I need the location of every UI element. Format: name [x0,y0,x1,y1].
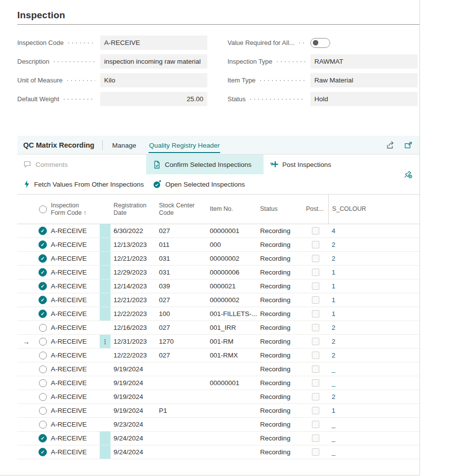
inspection-form-code-cell[interactable]: A-RECEIVE [51,269,100,276]
s-colour-cell[interactable]: 2 [328,324,419,331]
inspection-form-code-cell[interactable]: A-RECEIVE [51,282,100,290]
open-selected-inspections-button[interactable]: Open Selected Inspections [153,174,245,194]
col-s-colour[interactable]: S_COLOUR [328,195,419,224]
s-colour-cell[interactable]: 2 [328,352,419,359]
value-required-toggle[interactable] [310,38,330,48]
s-colour-cell[interactable]: _ [328,448,419,456]
field-value[interactable]: inspection incoming raw material [100,54,207,69]
row-select-cell[interactable]: ✓ [35,379,51,387]
stock-center-code-cell[interactable]: 027 [156,352,207,359]
s-colour-cell[interactable]: 1 [328,407,419,414]
col-item-no[interactable]: Item No. [207,205,257,213]
col-registration-date[interactable]: Registration Date [111,202,156,217]
row-highlight-cell[interactable]: ⋮ [100,224,111,238]
row-highlight-cell[interactable]: ⋮ [100,404,111,417]
row-highlight-cell[interactable]: ⋮ [100,349,111,362]
item-no-cell[interactable]: 001-RM [207,338,257,345]
item-no-cell[interactable]: 000 [207,241,257,248]
post-cell[interactable] [303,352,328,359]
col-inspection-form-code[interactable]: Inspection Form Code ↑ [51,202,100,217]
row-select-cell[interactable]: ✓ [35,365,51,373]
s-colour-cell[interactable]: 1 [328,269,419,276]
s-colour-cell[interactable]: 1 [328,310,419,317]
post-cell[interactable] [303,227,328,235]
row-select-cell[interactable]: ✓ [35,296,51,304]
stock-center-code-cell[interactable]: 100 [156,310,207,317]
post-inspections-button[interactable]: Post Inspections [270,155,331,174]
row-select-cell[interactable]: ✓ [35,448,51,456]
item-no-cell[interactable]: 00000001 [207,227,257,235]
s-colour-cell[interactable]: _ [328,379,419,387]
inspection-form-code-cell[interactable]: A-RECEIVE [51,393,100,400]
item-no-cell[interactable]: 00000002 [207,255,257,262]
s-colour-cell[interactable]: _ [328,435,419,442]
stock-center-code-cell[interactable]: 011 [156,241,207,248]
field-value[interactable]: Hold [310,92,418,106]
stock-center-code-cell[interactable]: 027 [156,227,207,235]
col-status[interactable]: Status [257,205,303,213]
post-cell[interactable] [303,421,328,428]
row-select-cell[interactable]: ✓ [35,434,51,442]
item-no-cell[interactable]: 00000006 [207,269,257,276]
stock-center-code-cell[interactable]: P1 [156,407,207,414]
inspection-form-code-cell[interactable]: A-RECEIVE [51,365,100,373]
post-cell[interactable] [303,296,328,304]
s-colour-cell[interactable]: _ [328,421,419,428]
inspection-form-code-cell[interactable]: A-RECEIVE [51,227,100,235]
post-cell[interactable] [303,379,328,387]
s-colour-cell[interactable]: 2 [328,393,419,400]
s-colour-cell[interactable]: 2 [328,255,419,262]
inspection-form-code-cell[interactable]: A-RECEIVE [51,435,100,442]
inspection-form-code-cell[interactable]: A-RECEIVE [51,407,100,414]
focus-mode-icon[interactable] [404,141,413,149]
item-no-cell[interactable]: 0000021 [207,282,257,290]
post-cell[interactable] [303,241,328,248]
col-post[interactable]: Post... [303,205,328,213]
post-cell[interactable] [303,255,328,262]
row-select-cell[interactable]: ✓ [35,393,51,401]
post-cell[interactable] [303,310,328,317]
row-highlight-cell[interactable]: ⋮ [100,307,111,320]
fetch-values-button[interactable]: Fetch Values From Other Inspections [23,174,144,194]
row-highlight-cell[interactable]: ⋮ [100,362,111,376]
post-cell[interactable] [303,338,328,345]
s-colour-cell[interactable]: 1 [328,282,419,290]
inspection-form-code-cell[interactable]: A-RECEIVE [51,352,100,359]
field-value[interactable]: Kilo [100,73,207,87]
row-select-cell[interactable]: ✓ [35,421,51,429]
s-colour-cell[interactable]: 2 [328,338,419,345]
field-value[interactable]: 25.00 [100,92,207,106]
row-select-cell[interactable]: ✓ [35,227,51,235]
row-highlight-cell[interactable]: ⋮ [100,418,111,431]
row-highlight-cell[interactable]: ⋮ [100,445,111,459]
inspection-form-code-cell[interactable]: A-RECEIVE [51,255,100,262]
row-highlight-cell[interactable]: ⋮ [100,432,111,445]
post-cell[interactable] [303,435,328,442]
tab-quality-registry-header[interactable]: Quality Registry Header [149,137,220,153]
post-cell[interactable] [303,324,328,331]
confirm-selected-inspections-button[interactable]: Confirm Selected Inspections [146,155,264,174]
s-colour-cell[interactable]: 1 [328,296,419,304]
stock-center-code-cell[interactable]: 031 [156,269,207,276]
row-highlight-cell[interactable]: ⋮ [100,293,111,307]
row-select-cell[interactable]: ✓ [35,310,51,318]
inspection-form-code-cell[interactable]: A-RECEIVE [51,296,100,304]
row-select-cell[interactable]: ✓ [35,352,51,359]
s-colour-cell[interactable]: _ [328,365,419,373]
inspection-form-code-cell[interactable]: A-RECEIVE [51,421,100,428]
item-no-cell[interactable]: 00000001 [207,379,257,387]
row-highlight-cell[interactable]: ⋮ [100,376,111,390]
row-select-cell[interactable]: ✓ [35,338,51,346]
inspection-form-code-cell[interactable]: A-RECEIVE [51,448,100,456]
s-colour-cell[interactable]: 2 [328,241,419,248]
row-highlight-cell[interactable]: ⋮ [100,390,111,403]
inspection-form-code-cell[interactable]: A-RECEIVE [51,379,100,387]
select-all-column[interactable] [35,205,51,213]
post-cell[interactable] [303,407,328,414]
inspection-form-code-cell[interactable]: A-RECEIVE [51,310,100,317]
stock-center-code-cell[interactable]: 027 [156,296,207,304]
share-icon[interactable] [386,141,395,149]
tab-manage[interactable]: Manage [112,137,137,153]
field-value[interactable]: Raw Material [310,73,418,87]
post-cell[interactable] [303,393,328,400]
